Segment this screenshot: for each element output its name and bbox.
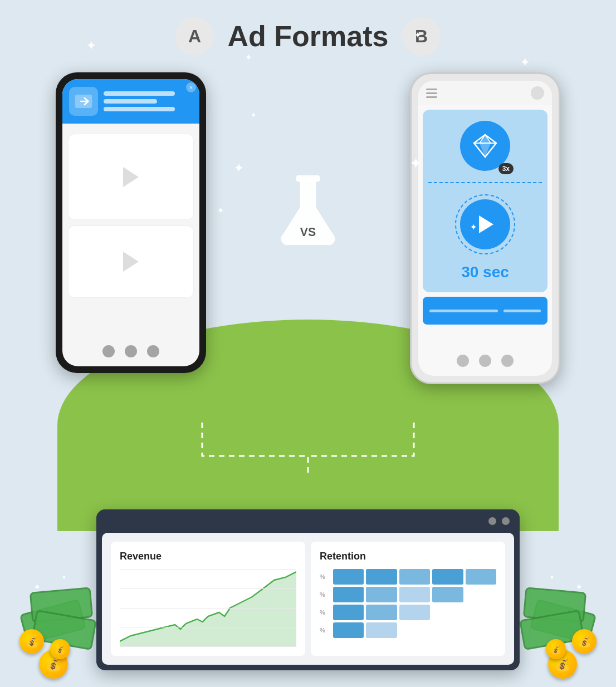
- content-card-2: [68, 225, 194, 298]
- revenue-title: Revenue: [120, 551, 296, 562]
- cell-2-1: [333, 587, 364, 602]
- dashboard-content: Revenue Rete: [102, 533, 514, 665]
- retention-panel: Retention % % %: [311, 542, 505, 656]
- reward-area: 3x 30 sec: [423, 110, 547, 292]
- ad-text-lines: [104, 91, 193, 111]
- cell-1-3: [399, 569, 430, 585]
- header: A Ad Formats B: [175, 17, 441, 56]
- banner-ad[interactable]: ×: [62, 79, 199, 124]
- cell-4-1: [333, 622, 364, 638]
- revenue-panel: Revenue: [111, 542, 305, 656]
- cell-1-5: [466, 569, 496, 585]
- cell-3-4: [432, 605, 463, 620]
- h-line-3: [120, 608, 296, 609]
- badge-a: A: [175, 17, 214, 56]
- phone-a-content: [62, 128, 199, 303]
- flask-container: VS: [275, 173, 341, 251]
- cell-2-2: [366, 587, 397, 602]
- diamond-container: 3x: [460, 121, 510, 171]
- nav-dot-2: [125, 345, 137, 357]
- h-line-1: [120, 569, 296, 570]
- star-money-l2: ✦: [61, 573, 67, 581]
- play-icon-2: [123, 252, 139, 272]
- reward-line-1: [429, 310, 498, 312]
- coin-right-1: 💰: [572, 629, 597, 654]
- h-line-2: [120, 588, 296, 589]
- cell-1-2: [366, 569, 397, 585]
- money-right: 💰 💰 💰 ✦ ✦: [521, 576, 599, 687]
- phone-b: 3x 30 sec: [410, 72, 560, 384]
- nav-dot-b-2: [479, 355, 491, 367]
- ad-line-1: [104, 91, 175, 96]
- coin-right-3: 💰: [546, 639, 566, 659]
- phone-b-screen: 3x 30 sec: [418, 81, 552, 376]
- cell-2-4: [432, 587, 463, 602]
- nav-dot-3: [147, 345, 159, 357]
- cell-1-1: [333, 569, 364, 585]
- phone-a: ×: [56, 72, 206, 373]
- dashed-separator: [428, 182, 542, 183]
- star-3: ✦: [414, 31, 421, 40]
- star-money-r1: ✦: [575, 582, 583, 592]
- hamburger-menu[interactable]: [426, 89, 437, 98]
- content-card-1: [68, 134, 194, 220]
- label-pct-3: %: [320, 605, 331, 620]
- nav-dot-b-3: [501, 355, 514, 367]
- window-dot-1: [488, 517, 496, 525]
- phone-a-nav: [62, 345, 199, 357]
- cell-4-2: [366, 622, 397, 638]
- dashboard-titlebar: [96, 509, 520, 533]
- money-left: 💰 💰 💰 ✦ ✦: [17, 576, 95, 687]
- reward-bottom[interactable]: [423, 297, 547, 325]
- label-pct-2: %: [320, 587, 331, 602]
- diamond-icon: [471, 132, 499, 160]
- page-title: Ad Formats: [228, 19, 389, 53]
- phone-a-shell: ×: [56, 72, 206, 373]
- coin-left-3: 💰: [50, 639, 70, 659]
- h-line-5: [120, 646, 296, 647]
- video-container: [455, 194, 515, 254]
- ad-line-2: [104, 99, 157, 104]
- cell-4-3: [399, 622, 430, 638]
- nav-dot-1: [102, 345, 115, 357]
- vs-label: VS: [300, 225, 316, 239]
- timer-text: 30 sec: [461, 263, 509, 281]
- ad-icon-box: [69, 87, 98, 116]
- cell-2-3: [399, 587, 430, 602]
- circle-button[interactable]: [531, 86, 544, 100]
- coin-left-1: 💰: [19, 629, 44, 654]
- exit-icon: [74, 92, 93, 111]
- flask-icon: VS: [275, 173, 341, 251]
- dashed-lines: [146, 417, 470, 478]
- cell-4-5: [466, 622, 496, 638]
- label-pct-4: %: [320, 622, 331, 638]
- video-circle: [460, 199, 510, 249]
- nav-dot-b-1: [457, 355, 469, 367]
- ad-line-3: [104, 107, 175, 111]
- star-hill-3: ✦: [410, 156, 421, 171]
- play-triangle: [479, 215, 493, 233]
- svg-rect-6: [296, 175, 320, 182]
- cell-3-3: [399, 605, 430, 620]
- dashboard: Revenue Rete: [96, 509, 520, 670]
- h-line-4: [120, 627, 296, 627]
- cell-4-4: [432, 622, 463, 638]
- phone-b-shell: 3x 30 sec: [410, 72, 560, 384]
- star-hill-5: ✦: [251, 111, 256, 119]
- badge-b: B: [402, 17, 441, 56]
- star-2: ✦: [245, 53, 252, 62]
- star-money-r2: ✦: [549, 573, 555, 581]
- retention-title: Retention: [320, 551, 496, 562]
- reward-line-2: [503, 310, 541, 312]
- phone-b-nav: [418, 355, 552, 367]
- cell-2-5: [466, 587, 496, 602]
- window-dot-2: [502, 517, 510, 525]
- cell-1-4: [432, 569, 463, 585]
- retention-grid: % % % %: [320, 569, 496, 638]
- badge-3x: 3x: [498, 163, 514, 174]
- cell-3-2: [366, 605, 397, 620]
- star-money-l1: ✦: [33, 582, 41, 592]
- star-hill-1: ✦: [234, 161, 243, 175]
- star-hill-2: ✦: [217, 206, 224, 215]
- close-button[interactable]: ×: [186, 82, 196, 92]
